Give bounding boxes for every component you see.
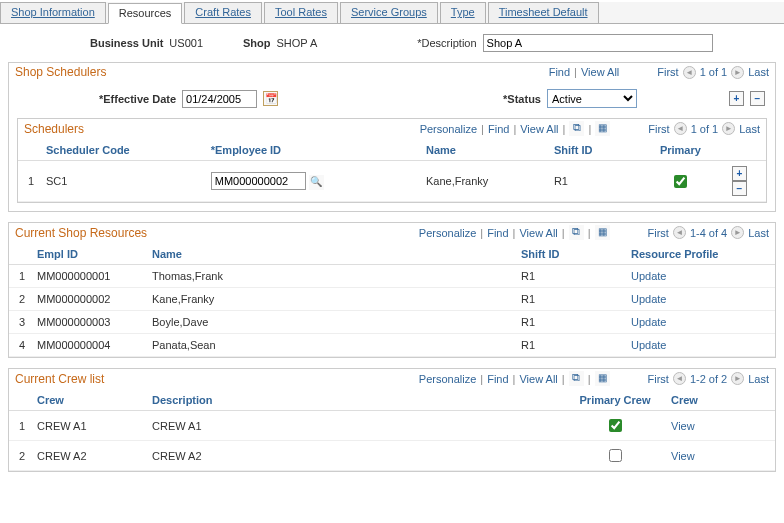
update-link[interactable]: Update bbox=[631, 293, 666, 305]
view-all-link[interactable]: View All bbox=[520, 123, 558, 135]
view-link[interactable]: View bbox=[671, 450, 695, 462]
update-link[interactable]: Update bbox=[631, 270, 666, 282]
update-link[interactable]: Update bbox=[631, 316, 666, 328]
name-cell: Panata,Sean bbox=[146, 334, 515, 357]
download-icon[interactable]: ▦ bbox=[595, 225, 610, 240]
col-crew[interactable]: Crew bbox=[31, 390, 146, 411]
zoom-icon[interactable]: ⧉ bbox=[569, 371, 584, 386]
view-link[interactable]: View bbox=[671, 420, 695, 432]
view-all-link[interactable]: View All bbox=[519, 227, 557, 239]
first-label: First bbox=[657, 66, 678, 78]
page-info: 1-2 of 2 bbox=[690, 373, 727, 385]
next-icon[interactable]: ► bbox=[722, 122, 735, 135]
find-link[interactable]: Find bbox=[488, 123, 509, 135]
table-row: 1MM000000001Thomas,FrankR1Update bbox=[9, 265, 775, 288]
prev-icon[interactable]: ◄ bbox=[673, 372, 686, 385]
delete-row-button[interactable]: − bbox=[732, 181, 747, 196]
find-link[interactable]: Find bbox=[487, 227, 508, 239]
row-number: 2 bbox=[9, 441, 31, 471]
delete-row-button[interactable]: − bbox=[750, 91, 765, 106]
next-icon[interactable]: ► bbox=[731, 66, 744, 79]
tab-tool-rates[interactable]: Tool Rates bbox=[264, 2, 338, 23]
first-label: First bbox=[648, 227, 669, 239]
crew-cell: CREW A2 bbox=[31, 441, 146, 471]
tab-type[interactable]: Type bbox=[440, 2, 486, 23]
download-icon[interactable]: ▦ bbox=[595, 121, 610, 136]
section-current-shop-resources: Current Shop Resources Personalize | Fin… bbox=[8, 222, 776, 358]
col-primary-crew[interactable]: Primary Crew bbox=[565, 390, 665, 411]
employee-id-input[interactable] bbox=[211, 172, 306, 190]
page-info: 1 of 1 bbox=[700, 66, 728, 78]
current-crew-list-title: Current Crew list bbox=[15, 372, 415, 386]
row-number: 4 bbox=[9, 334, 31, 357]
first-label: First bbox=[648, 123, 669, 135]
view-all-link[interactable]: View All bbox=[519, 373, 557, 385]
add-row-button[interactable]: + bbox=[732, 166, 747, 181]
personalize-link[interactable]: Personalize bbox=[420, 123, 477, 135]
shift-id-cell: R1 bbox=[515, 311, 625, 334]
page-info: 1 of 1 bbox=[691, 123, 719, 135]
primary-checkbox[interactable] bbox=[674, 175, 687, 188]
zoom-icon[interactable]: ⧉ bbox=[569, 225, 584, 240]
prev-icon[interactable]: ◄ bbox=[674, 122, 687, 135]
download-icon[interactable]: ▦ bbox=[595, 371, 610, 386]
tab-service-groups[interactable]: Service Groups bbox=[340, 2, 438, 23]
header-row: Business Unit US001 Shop SHOP A *Descrip… bbox=[0, 24, 784, 62]
col-name[interactable]: Name bbox=[146, 244, 515, 265]
next-icon[interactable]: ► bbox=[731, 226, 744, 239]
description-cell: CREW A2 bbox=[146, 441, 565, 471]
section-shop-schedulers: Shop Schedulers Find | View All First ◄ … bbox=[8, 62, 776, 212]
personalize-link[interactable]: Personalize bbox=[419, 227, 476, 239]
shift-id-cell: R1 bbox=[548, 161, 635, 202]
row-number: 3 bbox=[9, 311, 31, 334]
shift-id-cell: R1 bbox=[515, 265, 625, 288]
tab-craft-rates[interactable]: Craft Rates bbox=[184, 2, 262, 23]
shift-id-cell: R1 bbox=[515, 288, 625, 311]
row-number: 1 bbox=[9, 411, 31, 441]
status-select[interactable]: Active bbox=[547, 89, 637, 108]
schedulers-grid: Schedulers Personalize | Find | View All… bbox=[17, 118, 767, 203]
next-icon[interactable]: ► bbox=[731, 372, 744, 385]
description-input[interactable] bbox=[483, 34, 713, 52]
col-primary[interactable]: Primary bbox=[635, 140, 726, 161]
table-row: 1CREW A1CREW A1View bbox=[9, 411, 775, 441]
col-empl-id[interactable]: Empl ID bbox=[31, 244, 146, 265]
col-name[interactable]: Name bbox=[420, 140, 548, 161]
shift-id-cell: R1 bbox=[515, 334, 625, 357]
table-row: 4MM000000004Panata,SeanR1Update bbox=[9, 334, 775, 357]
name-cell: Kane,Franky bbox=[420, 161, 548, 202]
calendar-icon[interactable]: 📅 bbox=[263, 91, 278, 106]
lookup-icon[interactable]: 🔍 bbox=[309, 175, 324, 190]
empl-id-cell: MM000000002 bbox=[31, 288, 146, 311]
prev-icon[interactable]: ◄ bbox=[683, 66, 696, 79]
business-unit-label: Business Unit bbox=[90, 37, 163, 49]
col-crew-link[interactable]: Crew bbox=[665, 390, 775, 411]
row-number: 2 bbox=[9, 288, 31, 311]
col-employee-id[interactable]: *Employee ID bbox=[205, 140, 420, 161]
col-shift-id[interactable]: Shift ID bbox=[515, 244, 625, 265]
col-resource-profile[interactable]: Resource Profile bbox=[625, 244, 775, 265]
find-link[interactable]: Find bbox=[487, 373, 508, 385]
update-link[interactable]: Update bbox=[631, 339, 666, 351]
row-number: 1 bbox=[18, 161, 40, 202]
schedulers-title: Schedulers bbox=[24, 122, 416, 136]
col-shift-id[interactable]: Shift ID bbox=[548, 140, 635, 161]
effective-date-input[interactable] bbox=[182, 90, 257, 108]
zoom-icon[interactable]: ⧉ bbox=[569, 121, 584, 136]
add-row-button[interactable]: + bbox=[729, 91, 744, 106]
crew-cell: CREW A1 bbox=[31, 411, 146, 441]
tab-shop-information[interactable]: Shop Information bbox=[0, 2, 106, 23]
personalize-link[interactable]: Personalize bbox=[419, 373, 476, 385]
name-cell: Boyle,Dave bbox=[146, 311, 515, 334]
find-link[interactable]: Find bbox=[549, 66, 570, 78]
primary-crew-checkbox[interactable] bbox=[609, 449, 622, 462]
tab-resources[interactable]: Resources bbox=[108, 3, 183, 24]
tab-bar: Shop Information Resources Craft Rates T… bbox=[0, 2, 784, 24]
view-all-link[interactable]: View All bbox=[581, 66, 619, 78]
primary-crew-checkbox[interactable] bbox=[609, 419, 622, 432]
empl-id-cell: MM000000001 bbox=[31, 265, 146, 288]
prev-icon[interactable]: ◄ bbox=[673, 226, 686, 239]
col-description[interactable]: Description bbox=[146, 390, 565, 411]
col-scheduler-code[interactable]: Scheduler Code bbox=[40, 140, 205, 161]
tab-timesheet-default[interactable]: Timesheet Default bbox=[488, 2, 599, 23]
